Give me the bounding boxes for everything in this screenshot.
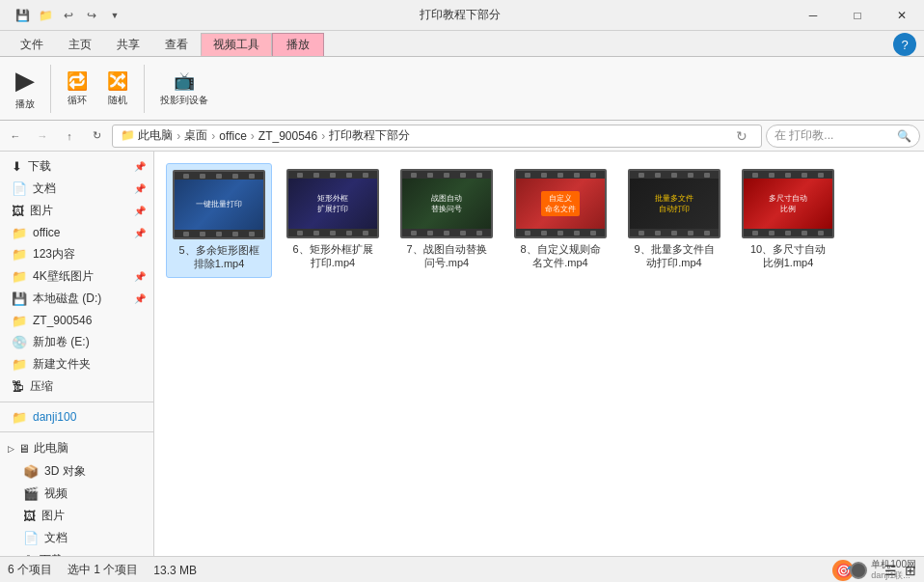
sidebar-item-123[interactable]: 📁 123内容: [0, 243, 153, 265]
path-pc: 📁 此电脑: [121, 127, 173, 144]
watermark-logo: 🎯: [832, 560, 867, 581]
sidebar-item-document[interactable]: 📄 文档: [0, 527, 153, 549]
qa-dropdown[interactable]: ▼: [104, 5, 125, 26]
sidebar-item-pics[interactable]: 🖼 图片 📌: [0, 200, 153, 222]
title-bar-left: 💾 📁 ↩ ↪ ▼: [8, 5, 129, 26]
sidebar-label-image: 图片: [41, 508, 65, 524]
sidebar-label-zip: 压缩: [30, 378, 53, 395]
sidebar-item-vol-e[interactable]: 💿 新加卷 (E:): [0, 331, 153, 353]
thumb-content-6: 矩形外框扩展打印: [288, 171, 377, 236]
ribbon-play-btn[interactable]: ▶ 播放: [8, 61, 42, 117]
file-thumbnail-7: 战图自动替换问号: [400, 169, 493, 238]
film-strip-bottom-7: [402, 229, 491, 236]
file-name-8: 8、自定义规则命名文件.mp4: [520, 242, 600, 270]
refresh-address[interactable]: ↻: [730, 125, 753, 148]
path-desktop: 桌面: [184, 127, 207, 144]
pin-icon-docs: 📌: [134, 183, 146, 194]
file-name-10: 10、多尺寸自动比例1.mp4: [750, 242, 826, 270]
tab-file[interactable]: 文件: [8, 33, 56, 56]
watermark-line2: danji1联...: [871, 570, 916, 581]
sidebar-item-download[interactable]: ⬇ 下载 📌: [0, 155, 153, 178]
nav-up[interactable]: ↑: [58, 125, 81, 148]
file-item-10[interactable]: 多尺寸自动比例 10、多尺寸自动比例1.mp4: [735, 163, 841, 278]
qa-undo[interactable]: ↩: [58, 5, 79, 26]
content-area: 一键批量打印 5、多余矩形图框排除1.mp4 矩形外框扩展打印 6、矩形外框扩展…: [154, 152, 924, 556]
file-thumbnail-10: 多尺寸自动比例: [742, 169, 834, 238]
file-item-9[interactable]: 批量多文件自动打印 9、批量多文件自动打印.mp4: [621, 163, 727, 278]
disk-d-icon: 💾: [12, 291, 27, 306]
address-path[interactable]: 📁 此电脑 › 桌面 › office › ZT_900546 › 打印教程下部…: [112, 125, 762, 148]
sidebar-item-danji100[interactable]: 📁 danji100: [0, 406, 153, 428]
sidebar-item-zt[interactable]: 📁 ZT_900546: [0, 310, 153, 331]
file-item-8[interactable]: 自定义命名文件 8、自定义规则命名文件.mp4: [507, 163, 613, 278]
sidebar-item-dl2[interactable]: ⬇ 下载: [0, 549, 153, 556]
sidebar-item-image[interactable]: 🖼 图片: [0, 505, 153, 527]
window-controls: ─ □ ✕: [791, 0, 924, 31]
close-button[interactable]: ✕: [880, 0, 924, 31]
qa-redo[interactable]: ↪: [81, 5, 102, 26]
film-strip-top-10: [744, 171, 832, 179]
sidebar-divider-1: [0, 402, 153, 402]
sidebar-this-pc[interactable]: ▷ 🖥 此电脑: [0, 436, 153, 460]
film-strip-top-5: [175, 172, 263, 180]
tab-home[interactable]: 主页: [56, 33, 104, 56]
search-box[interactable]: 在 打印教... 🔍: [766, 125, 920, 148]
status-selected: 选中 1 个项目: [68, 562, 138, 578]
nav-refresh[interactable]: ↻: [85, 125, 108, 148]
film-strip-bottom-5: [175, 230, 263, 237]
ribbon-cast-btn[interactable]: 📺 投影到设备: [152, 61, 216, 117]
sidebar-item-3d[interactable]: 📦 3D 对象: [0, 460, 153, 483]
tab-view[interactable]: 查看: [152, 33, 201, 56]
newfolder-icon: 📁: [12, 357, 27, 372]
quick-access-toolbar: 💾 📁 ↩ ↪ ▼: [8, 5, 129, 26]
tab-video-tools[interactable]: 视频工具: [201, 33, 272, 56]
thumb-content-7: 战图自动替换问号: [402, 171, 491, 236]
sidebar-label-newfolder: 新建文件夹: [33, 356, 91, 373]
nav-forward[interactable]: →: [31, 125, 54, 148]
thumb-content-8: 自定义命名文件: [516, 171, 605, 236]
sidebar-item-docs[interactable]: 📄 文档 📌: [0, 178, 153, 200]
tab-share[interactable]: 共享: [104, 33, 152, 56]
document-icon: 📄: [23, 531, 39, 545]
sidebar-label-pics: 图片: [30, 203, 53, 219]
sidebar-label-123: 123内容: [33, 246, 75, 263]
file-item-6[interactable]: 矩形外框扩展打印 6、矩形外框扩展打印.mp4: [280, 163, 386, 278]
file-item-7[interactable]: 战图自动替换问号 7、战图自动替换问号.mp4: [394, 163, 500, 278]
film-strip-top-8: [516, 171, 605, 179]
ribbon-shuffle-btn[interactable]: 🔀 随机: [99, 61, 136, 117]
help-button[interactable]: ?: [893, 33, 916, 56]
sidebar-item-video[interactable]: 🎬 视频: [0, 483, 153, 505]
maximize-button[interactable]: □: [835, 0, 880, 31]
expand-icon: ▷: [8, 444, 14, 454]
thumb-content-5: 一键批量打印: [175, 172, 263, 237]
file-thumbnail-8: 自定义命名文件: [514, 169, 607, 238]
search-placeholder: 在 打印教...: [775, 127, 893, 144]
watermark: 🎯 单机100网 danji1联...: [832, 559, 916, 581]
ribbon-loop-btn[interactable]: 🔁 循环: [59, 61, 95, 117]
sidebar-label-disk-d: 本地磁盘 (D:): [33, 291, 101, 307]
office-folder-icon: 📁: [12, 226, 27, 240]
tab-play[interactable]: 播放: [272, 33, 324, 56]
sidebar-label-4k: 4K壁纸图片: [33, 268, 94, 285]
vol-e-icon: 💿: [12, 335, 27, 349]
pics-icon: 🖼: [12, 204, 24, 218]
zt-icon: 📁: [12, 314, 27, 328]
sidebar-item-newfolder[interactable]: 📁 新建文件夹: [0, 353, 153, 375]
qa-new-folder[interactable]: 📁: [35, 5, 56, 26]
minimize-button[interactable]: ─: [791, 0, 835, 31]
ribbon-content: ▶ 播放 🔁 循环 🔀 随机 📺 投影到设备: [0, 56, 924, 120]
ribbon-divider-2: [144, 65, 145, 113]
window-title: 打印教程下部分: [129, 7, 791, 23]
sidebar-item-4k[interactable]: 📁 4K壁纸图片 📌: [0, 265, 153, 288]
film-strip-top-6: [288, 171, 377, 179]
sidebar-item-disk-d[interactable]: 💾 本地磁盘 (D:) 📌: [0, 288, 153, 310]
qa-save[interactable]: 💾: [12, 5, 33, 26]
sidebar-item-office[interactable]: 📁 office 📌: [0, 222, 153, 243]
sidebar-item-zip[interactable]: 🗜 压缩: [0, 375, 153, 398]
path-office: office: [219, 129, 246, 143]
file-item-5[interactable]: 一键批量打印 5、多余矩形图框排除1.mp4: [166, 163, 272, 278]
image-icon: 🖼: [23, 509, 36, 523]
nav-back[interactable]: ←: [4, 125, 27, 148]
zip-icon: 🗜: [12, 379, 24, 394]
123-icon: 📁: [12, 247, 27, 262]
